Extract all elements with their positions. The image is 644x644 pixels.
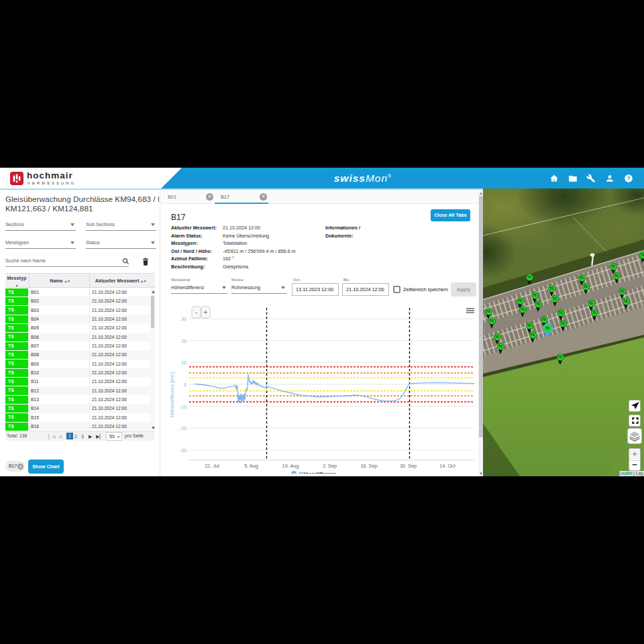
svg-text:19. Aug: 19. Aug bbox=[282, 463, 299, 469]
svg-text:2. Sep: 2. Sep bbox=[323, 463, 337, 469]
svg-text:22. Jul: 22. Jul bbox=[205, 463, 219, 469]
svg-text:20: 20 bbox=[181, 338, 186, 344]
svg-text:Höhendifferenz [mm]: Höhendifferenz [mm] bbox=[169, 372, 175, 417]
svg-text:Höhendifferenz: Höhendifferenz bbox=[299, 471, 336, 474]
svg-text:5. Aug: 5. Aug bbox=[244, 463, 258, 469]
svg-text:30: 30 bbox=[181, 316, 186, 322]
svg-text:14. Oct: 14. Oct bbox=[439, 463, 455, 469]
svg-text:-30: -30 bbox=[179, 447, 186, 453]
svg-text:-10: -10 bbox=[179, 404, 186, 410]
svg-text:16. Sep: 16. Sep bbox=[360, 463, 377, 469]
svg-text:-20: -20 bbox=[179, 425, 186, 431]
svg-text:0: 0 bbox=[184, 382, 186, 388]
svg-text:30. Sep: 30. Sep bbox=[400, 463, 417, 469]
svg-text:+: + bbox=[204, 309, 208, 316]
svg-text:?: ? bbox=[627, 176, 631, 182]
svg-text:-: - bbox=[195, 309, 197, 316]
svg-text:10: 10 bbox=[181, 360, 186, 366]
